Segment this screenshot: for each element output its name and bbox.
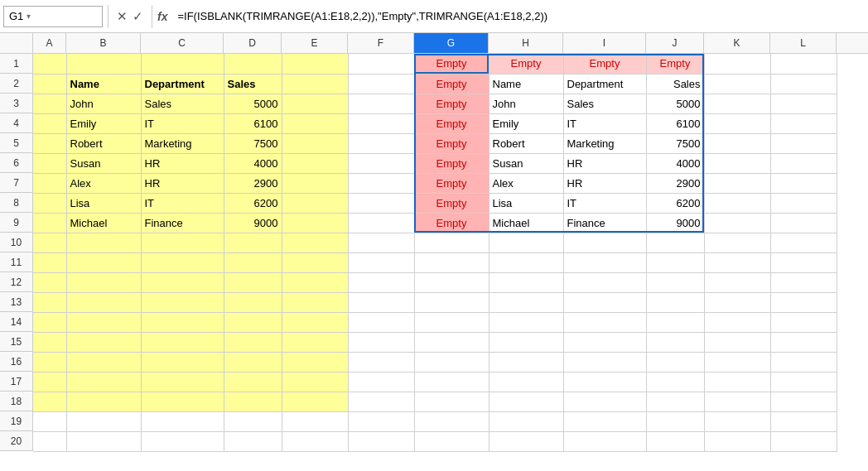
cell-H2[interactable]: Name bbox=[489, 74, 563, 94]
cell-E16[interactable] bbox=[282, 352, 348, 372]
col-header-J[interactable]: J bbox=[646, 33, 704, 53]
cell-I8[interactable]: IT bbox=[563, 193, 646, 213]
cell-F14[interactable] bbox=[348, 312, 414, 332]
cell-G6[interactable]: Empty bbox=[414, 153, 489, 173]
cell-G7[interactable]: Empty bbox=[414, 173, 489, 193]
cell-I20[interactable] bbox=[563, 431, 646, 451]
cell-H16[interactable] bbox=[489, 352, 563, 372]
cell-B17[interactable] bbox=[66, 372, 141, 392]
cell-I15[interactable] bbox=[563, 332, 646, 352]
cell-K20[interactable] bbox=[704, 431, 770, 451]
cell-J18[interactable] bbox=[646, 392, 704, 411]
cell-B9[interactable]: Michael bbox=[66, 213, 141, 233]
cell-E10[interactable] bbox=[282, 233, 348, 252]
cell-C10[interactable] bbox=[141, 233, 224, 252]
cell-C18[interactable] bbox=[141, 392, 224, 411]
cell-E12[interactable] bbox=[282, 272, 348, 292]
cell-L9[interactable] bbox=[770, 213, 837, 233]
cell-B12[interactable] bbox=[66, 272, 141, 292]
cell-E14[interactable] bbox=[282, 312, 348, 332]
cell-L10[interactable] bbox=[770, 233, 837, 252]
cell-D18[interactable] bbox=[224, 392, 282, 411]
cell-G18[interactable] bbox=[414, 392, 489, 411]
cell-B10[interactable] bbox=[66, 233, 141, 252]
col-header-A[interactable]: A bbox=[33, 33, 66, 53]
row-header-12[interactable]: 12 bbox=[0, 272, 33, 292]
cell-H6[interactable]: Susan bbox=[489, 153, 563, 173]
col-header-C[interactable]: C bbox=[141, 33, 224, 53]
cell-J8[interactable]: 6200 bbox=[646, 193, 704, 213]
cell-J10[interactable] bbox=[646, 233, 704, 252]
cell-E18[interactable] bbox=[282, 392, 348, 411]
cell-H7[interactable]: Alex bbox=[489, 173, 563, 193]
cell-F3[interactable] bbox=[348, 94, 414, 113]
cell-C12[interactable] bbox=[141, 272, 224, 292]
cell-D2[interactable]: Sales bbox=[224, 74, 282, 94]
row-header-13[interactable]: 13 bbox=[0, 292, 33, 312]
cell-D12[interactable] bbox=[224, 272, 282, 292]
cell-A13[interactable] bbox=[33, 292, 66, 312]
cell-G14[interactable] bbox=[414, 312, 489, 332]
cell-D10[interactable] bbox=[224, 233, 282, 252]
cell-A2[interactable] bbox=[33, 74, 66, 94]
cell-D16[interactable] bbox=[224, 352, 282, 372]
cell-A14[interactable] bbox=[33, 312, 66, 332]
name-box[interactable]: G1 ▾ bbox=[3, 6, 103, 27]
cell-E13[interactable] bbox=[282, 292, 348, 312]
cell-I19[interactable] bbox=[563, 411, 646, 431]
cell-G5[interactable]: Empty bbox=[414, 133, 489, 153]
cell-H20[interactable] bbox=[489, 431, 563, 451]
cell-K14[interactable] bbox=[704, 312, 770, 332]
cell-J2[interactable]: Sales bbox=[646, 74, 704, 94]
cell-A9[interactable] bbox=[33, 213, 66, 233]
row-header-16[interactable]: 16 bbox=[0, 352, 33, 372]
cell-D3[interactable]: 5000 bbox=[224, 94, 282, 113]
cell-C4[interactable]: IT bbox=[141, 113, 224, 133]
cell-C3[interactable]: Sales bbox=[141, 94, 224, 113]
cell-L2[interactable] bbox=[770, 74, 837, 94]
cell-G16[interactable] bbox=[414, 352, 489, 372]
cell-D7[interactable]: 2900 bbox=[224, 173, 282, 193]
cell-G1[interactable]: Empty bbox=[414, 54, 489, 74]
cell-J13[interactable] bbox=[646, 292, 704, 312]
cell-J9[interactable]: 9000 bbox=[646, 213, 704, 233]
cell-L11[interactable] bbox=[770, 252, 837, 272]
cell-L18[interactable] bbox=[770, 392, 837, 411]
col-header-B[interactable]: B bbox=[66, 33, 141, 53]
cell-B13[interactable] bbox=[66, 292, 141, 312]
cell-I6[interactable]: HR bbox=[563, 153, 646, 173]
cell-G13[interactable] bbox=[414, 292, 489, 312]
cell-F6[interactable] bbox=[348, 153, 414, 173]
cell-H3[interactable]: John bbox=[489, 94, 563, 113]
cell-H17[interactable] bbox=[489, 372, 563, 392]
cell-K3[interactable] bbox=[704, 94, 770, 113]
cell-F20[interactable] bbox=[348, 431, 414, 451]
cell-B2[interactable]: Name bbox=[66, 74, 141, 94]
cell-E9[interactable] bbox=[282, 213, 348, 233]
cell-D9[interactable]: 9000 bbox=[224, 213, 282, 233]
cell-E3[interactable] bbox=[282, 94, 348, 113]
confirm-icon[interactable]: ✓ bbox=[133, 9, 143, 24]
col-header-I[interactable]: I bbox=[563, 33, 646, 53]
cell-F19[interactable] bbox=[348, 411, 414, 431]
row-header-1[interactable]: 1 bbox=[0, 54, 33, 74]
cell-I4[interactable]: IT bbox=[563, 113, 646, 133]
cell-K10[interactable] bbox=[704, 233, 770, 252]
cell-L8[interactable] bbox=[770, 193, 837, 213]
cell-B14[interactable] bbox=[66, 312, 141, 332]
cell-C6[interactable]: HR bbox=[141, 153, 224, 173]
cell-H10[interactable] bbox=[489, 233, 563, 252]
row-header-5[interactable]: 5 bbox=[0, 133, 33, 153]
cell-E2[interactable] bbox=[282, 74, 348, 94]
cell-F13[interactable] bbox=[348, 292, 414, 312]
cell-G19[interactable] bbox=[414, 411, 489, 431]
cell-E7[interactable] bbox=[282, 173, 348, 193]
cell-C14[interactable] bbox=[141, 312, 224, 332]
cell-K16[interactable] bbox=[704, 352, 770, 372]
cell-I18[interactable] bbox=[563, 392, 646, 411]
cell-K15[interactable] bbox=[704, 332, 770, 352]
row-header-2[interactable]: 2 bbox=[0, 74, 33, 94]
cell-K19[interactable] bbox=[704, 411, 770, 431]
cell-J20[interactable] bbox=[646, 431, 704, 451]
cell-B6[interactable]: Susan bbox=[66, 153, 141, 173]
